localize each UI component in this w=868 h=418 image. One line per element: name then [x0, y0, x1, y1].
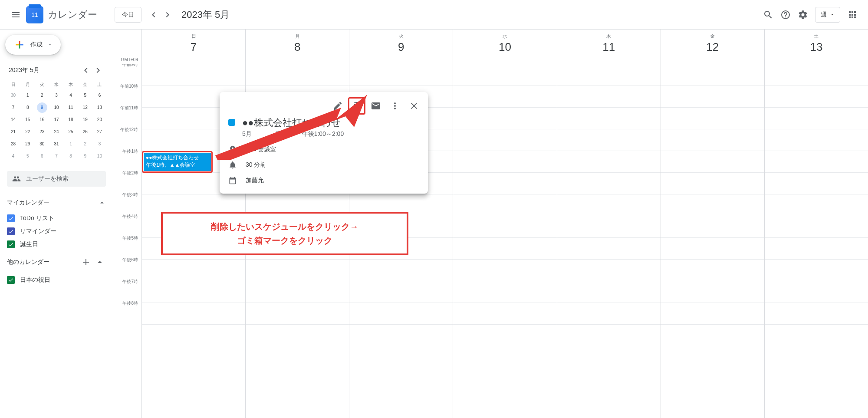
mini-day[interactable]: 29	[23, 139, 33, 149]
day-column[interactable]	[661, 64, 764, 418]
hour-cell[interactable]	[661, 281, 764, 303]
prev-week-button[interactable]	[147, 8, 161, 22]
search-icon[interactable]	[760, 6, 777, 23]
hour-cell[interactable]	[453, 281, 556, 303]
menu-icon[interactable]	[7, 6, 24, 23]
hour-cell[interactable]	[765, 64, 868, 86]
hour-cell[interactable]	[246, 260, 349, 281]
mini-day[interactable]: 19	[80, 115, 90, 125]
mini-day[interactable]: 1	[23, 90, 33, 101]
hour-cell[interactable]	[453, 303, 556, 325]
hour-cell[interactable]	[557, 108, 661, 129]
hour-cell[interactable]	[557, 194, 661, 216]
mini-day[interactable]: 3	[94, 139, 105, 149]
hour-cell[interactable]	[557, 303, 661, 325]
mini-day[interactable]: 10	[51, 102, 62, 113]
mini-day[interactable]: 20	[94, 115, 105, 125]
hour-cell[interactable]	[557, 238, 661, 260]
day-column[interactable]	[453, 64, 556, 418]
hour-cell[interactable]	[661, 64, 764, 86]
hour-cell[interactable]	[349, 260, 453, 281]
mini-day[interactable]: 9	[80, 151, 90, 161]
hour-cell[interactable]	[453, 216, 556, 238]
mini-day[interactable]: 8	[66, 151, 76, 161]
delete-event-button[interactable]	[348, 97, 365, 115]
email-guests-button[interactable]	[367, 97, 385, 115]
hour-cell[interactable]	[765, 260, 868, 281]
calendar-item[interactable]: ToDo リスト	[5, 212, 108, 225]
day-header[interactable]: 月8	[245, 30, 349, 64]
calendar-item[interactable]: 誕生日	[5, 238, 108, 251]
day-columns[interactable]: ●●株式会社打ち合わせ 午後1時、▲▲会議室	[141, 64, 868, 418]
mini-day[interactable]: 21	[8, 127, 19, 137]
view-selector[interactable]: 週	[815, 7, 840, 23]
hour-cell[interactable]	[765, 281, 868, 303]
mini-day[interactable]: 1	[66, 139, 76, 149]
mini-day[interactable]: 23	[37, 127, 47, 137]
event-chip[interactable]: ●●株式会社打ち合わせ 午後1時、▲▲会議室	[142, 151, 213, 173]
hour-cell[interactable]	[765, 151, 868, 173]
day-column[interactable]	[764, 64, 868, 418]
mini-day[interactable]: 7	[8, 102, 19, 113]
other-calendars-header[interactable]: 他のカレンダー	[5, 253, 108, 272]
hour-cell[interactable]	[661, 238, 764, 260]
hour-cell[interactable]	[557, 216, 661, 238]
hour-cell[interactable]	[661, 303, 764, 325]
mini-day[interactable]: 31	[51, 139, 62, 149]
mini-day[interactable]: 25	[66, 127, 76, 137]
expand-other-calendars[interactable]	[94, 256, 106, 268]
hour-cell[interactable]	[661, 173, 764, 194]
hour-cell[interactable]	[453, 64, 556, 86]
mini-day[interactable]: 17	[51, 115, 62, 125]
hour-cell[interactable]	[661, 216, 764, 238]
hour-cell[interactable]	[557, 260, 661, 281]
mini-day[interactable]: 28	[8, 139, 19, 149]
hour-cell[interactable]	[453, 194, 556, 216]
day-header[interactable]: 金12	[661, 30, 764, 64]
checkbox-icon[interactable]	[7, 214, 15, 222]
hour-cell[interactable]	[142, 260, 245, 281]
mini-day[interactable]: 30	[8, 90, 19, 101]
hour-cell[interactable]	[765, 86, 868, 108]
hour-cell[interactable]	[765, 216, 868, 238]
mini-day[interactable]: 30	[37, 139, 47, 149]
hour-cell[interactable]	[765, 194, 868, 216]
mini-day[interactable]: 10	[94, 151, 105, 161]
calendar-item[interactable]: 日本の祝日	[5, 273, 108, 286]
mini-day[interactable]: 13	[94, 102, 105, 113]
next-week-button[interactable]	[161, 8, 174, 22]
hour-cell[interactable]	[453, 86, 556, 108]
mini-day[interactable]: 2	[37, 90, 47, 101]
hour-cell[interactable]	[765, 129, 868, 151]
hour-cell[interactable]	[661, 194, 764, 216]
hour-cell[interactable]	[765, 108, 868, 129]
close-popup-button[interactable]	[405, 97, 423, 115]
mini-day[interactable]: 16	[37, 115, 47, 125]
mini-day[interactable]: 5	[23, 151, 33, 161]
hour-cell[interactable]	[557, 129, 661, 151]
day-column[interactable]	[557, 64, 661, 418]
hour-cell[interactable]	[453, 108, 556, 129]
hour-cell[interactable]	[453, 151, 556, 173]
hour-cell[interactable]	[557, 64, 661, 86]
hour-cell[interactable]	[453, 173, 556, 194]
checkbox-icon[interactable]	[7, 276, 15, 284]
hour-cell[interactable]	[661, 129, 764, 151]
add-calendar-button[interactable]	[80, 256, 92, 268]
hour-cell[interactable]	[142, 281, 245, 303]
mini-day[interactable]: 22	[23, 127, 33, 137]
apps-icon[interactable]	[844, 6, 861, 23]
mini-day[interactable]: 15	[23, 115, 33, 125]
mini-prev-month[interactable]	[80, 64, 92, 76]
hour-cell[interactable]	[661, 151, 764, 173]
mini-day[interactable]: 4	[8, 151, 19, 161]
hour-cell[interactable]	[453, 238, 556, 260]
day-header[interactable]: 火9	[349, 30, 453, 64]
hour-cell[interactable]	[661, 260, 764, 281]
mini-day[interactable]: 8	[23, 102, 33, 113]
day-header[interactable]: 土13	[764, 30, 868, 64]
mini-day[interactable]: 6	[94, 90, 105, 101]
hour-cell[interactable]	[246, 64, 349, 86]
mini-calendar[interactable]: 日月火水木金土301234567891011121314151617181920…	[5, 78, 108, 168]
mini-day[interactable]: 9	[37, 102, 47, 113]
